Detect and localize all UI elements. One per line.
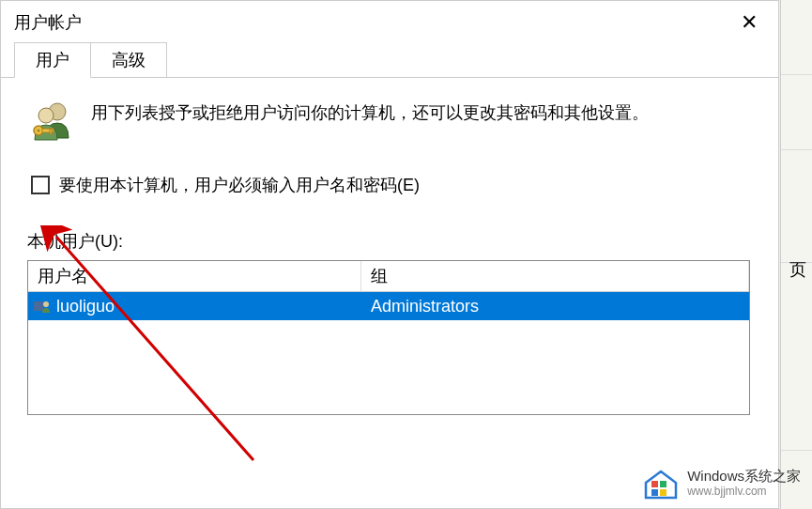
table-empty-area[interactable] bbox=[28, 320, 749, 414]
svg-point-3 bbox=[38, 130, 40, 132]
svg-rect-9 bbox=[651, 481, 658, 487]
table-header: 用户名 组 bbox=[28, 261, 749, 292]
require-password-label: 要使用本计算机，用户必须输入用户名和密码(E) bbox=[59, 174, 420, 196]
close-icon[interactable]: ✕ bbox=[733, 12, 765, 33]
side-fragment-text: 页 bbox=[789, 258, 806, 281]
svg-rect-6 bbox=[34, 301, 43, 311]
column-group[interactable]: 组 bbox=[361, 261, 749, 291]
users-keys-icon bbox=[27, 97, 76, 146]
svg-point-7 bbox=[43, 301, 49, 307]
cell-group: Administrators bbox=[361, 297, 749, 316]
tab-advanced[interactable]: 高级 bbox=[91, 42, 167, 77]
description-text: 用下列表授予或拒绝用户访问你的计算机，还可以更改其密码和其他设置。 bbox=[91, 97, 649, 128]
window-title: 用户帐户 bbox=[14, 11, 82, 34]
username-value: luoliguo bbox=[56, 297, 115, 316]
cell-username: luoliguo bbox=[28, 297, 361, 316]
tab-strip: 用户 高级 bbox=[1, 42, 778, 78]
titlebar: 用户帐户 ✕ bbox=[1, 1, 778, 42]
column-username[interactable]: 用户名 bbox=[28, 261, 361, 291]
svg-rect-5 bbox=[50, 129, 52, 134]
users-list-label: 本机用户(U): bbox=[27, 230, 752, 253]
watermark-url: www.bjjmlv.com bbox=[687, 485, 801, 498]
user-row-icon bbox=[34, 300, 51, 313]
table-row[interactable]: luoliguo Administrators bbox=[28, 292, 749, 320]
description-row: 用下列表授予或拒绝用户访问你的计算机，还可以更改其密码和其他设置。 bbox=[27, 97, 752, 146]
require-password-checkbox[interactable] bbox=[31, 176, 50, 194]
svg-rect-11 bbox=[651, 489, 658, 496]
svg-point-1 bbox=[38, 108, 54, 123]
watermark: Windows系统之家 www.bjjmlv.com bbox=[642, 464, 801, 501]
tab-users[interactable]: 用户 bbox=[14, 42, 91, 78]
svg-rect-10 bbox=[660, 481, 666, 487]
watermark-text: Windows系统之家 www.bjjmlv.com bbox=[687, 468, 801, 498]
users-table: 用户名 组 luoliguo Administrators bbox=[27, 260, 750, 415]
watermark-logo-icon bbox=[642, 464, 680, 501]
svg-rect-12 bbox=[660, 489, 666, 496]
tab-content: 用下列表授予或拒绝用户访问你的计算机，还可以更改其密码和其他设置。 要使用本计算… bbox=[1, 78, 778, 434]
watermark-title: Windows系统之家 bbox=[687, 468, 801, 485]
require-password-row[interactable]: 要使用本计算机，用户必须输入用户名和密码(E) bbox=[31, 174, 752, 196]
user-accounts-window: 用户帐户 ✕ 用户 高级 用下列表授予或拒绝用户访问你的计算机，还可以更改其密码… bbox=[0, 0, 779, 509]
background-strip bbox=[780, 0, 812, 509]
